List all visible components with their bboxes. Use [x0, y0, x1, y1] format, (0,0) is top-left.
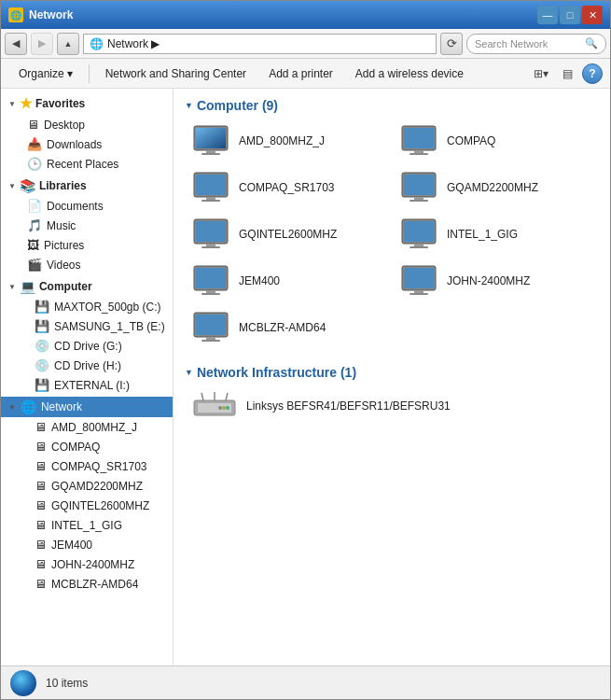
sidebar-item-john-label: JOHN-2400MHZ: [51, 558, 134, 571]
path-icon: 🌐: [90, 37, 104, 50]
gqamd-icon: 🖥: [35, 479, 47, 493]
computer-item-jem400[interactable]: JEM400: [185, 259, 391, 303]
router-icon: [192, 391, 237, 421]
search-box[interactable]: Search Network 🔍: [466, 34, 606, 54]
sidebar-item-documents[interactable]: 📄 Documents: [1, 196, 173, 216]
sidebar-item-music[interactable]: 🎵 Music: [1, 216, 173, 235]
computer-item-john[interactable]: JOHN-2400MHZ: [393, 259, 599, 303]
computer-label: Computer: [39, 280, 92, 293]
add-printer-button[interactable]: Add a printer: [258, 63, 343, 84]
main-area: ▼ ★ Favorites 🖥 Desktop 📥 Downloads 🕒 Re…: [1, 89, 610, 665]
address-path[interactable]: 🌐 Network ▶: [83, 34, 437, 54]
sidebar-item-john[interactable]: 🖥 JOHN-2400MHZ: [1, 554, 173, 574]
libraries-section: ▼ 📚 Libraries 📄 Documents 🎵 Music 🖼 Pict…: [1, 175, 173, 274]
network-sharing-button[interactable]: Network and Sharing Center: [95, 63, 257, 84]
computer-item-compaq-sr1703[interactable]: COMPAQ_SR1703: [185, 165, 391, 210]
jem400-icon: 🖥: [35, 538, 47, 552]
svg-rect-14: [404, 175, 434, 195]
sidebar-item-pictures[interactable]: 🖼 Pictures: [1, 235, 173, 255]
sidebar-item-documents-label: Documents: [47, 200, 104, 213]
svg-rect-6: [404, 128, 434, 148]
sidebar-item-mcblzr[interactable]: 🖥 MCBLZR-AMD64: [1, 574, 173, 594]
computer-header[interactable]: ▼ 💻 Computer: [1, 276, 173, 297]
libraries-label: Libraries: [39, 179, 87, 192]
sidebar-item-gqintel[interactable]: 🖥 GQINTEL2600MHZ: [1, 496, 173, 515]
svg-line-44: [226, 393, 228, 400]
title-bar-buttons: — □ ✕: [537, 6, 603, 24]
sidebar-item-cdg[interactable]: 💿 CD Drive (G:): [1, 336, 173, 356]
computer-item-intel1gig[interactable]: INTEL_1_GIG: [393, 212, 599, 257]
compaq-sr1703-icon: 🖥: [35, 459, 47, 473]
explorer-window: 🌐 Network — □ ✕ ◀ ▶ ▲ 🌐 Network ▶ ⟳ Sear…: [0, 0, 611, 700]
sidebar-item-external[interactable]: 💾 EXTERNAL (I:): [1, 375, 173, 395]
sidebar-item-pictures-label: Pictures: [44, 239, 84, 252]
sidebar-item-gqamd-label: GQAMD2200MHZ: [51, 480, 143, 493]
videos-icon: 🎬: [27, 258, 42, 272]
gqintel-icon: 🖥: [35, 498, 47, 512]
sidebar-item-recent-places[interactable]: 🕒 Recent Places: [1, 154, 173, 174]
computer-item-amd800[interactable]: AMD_800MHZ_J: [185, 119, 391, 163]
sidebar-item-desktop[interactable]: 🖥 Desktop: [1, 115, 173, 134]
computer-name-jem400: JEM400: [239, 274, 280, 287]
preview-pane-button[interactable]: ▤: [556, 63, 578, 85]
network-label: Network: [41, 400, 82, 413]
maxtor-icon: 💾: [35, 300, 49, 314]
svg-rect-4: [201, 153, 220, 155]
libraries-header[interactable]: ▼ 📚 Libraries: [1, 175, 173, 196]
help-button[interactable]: ?: [582, 63, 603, 84]
computer-grid: AMD_800MHZ_J COMPAQ: [185, 119, 599, 350]
computer-item-mcblzr[interactable]: MCBLZR-AMD64: [185, 305, 391, 350]
up-button[interactable]: ▲: [57, 33, 79, 55]
forward-button[interactable]: ▶: [31, 33, 53, 55]
sidebar: ▼ ★ Favorites 🖥 Desktop 📥 Downloads 🕒 Re…: [1, 89, 174, 665]
svg-point-41: [218, 406, 222, 410]
infra-item-linksys[interactable]: Linksys BEFSR41/BEFSR11/BEFSRU31: [185, 385, 599, 427]
computer-section-label: Computer (9): [197, 98, 278, 113]
favorites-header[interactable]: ▼ ★ Favorites: [1, 92, 173, 115]
view-options-button[interactable]: ⊞▾: [530, 63, 552, 85]
computer-section-triangle: ▼: [185, 101, 193, 110]
minimize-button[interactable]: —: [537, 6, 558, 24]
computer-name-amd800: AMD_800MHZ_J: [239, 134, 325, 147]
documents-icon: 📄: [27, 199, 42, 213]
sidebar-item-downloads[interactable]: 📥 Downloads: [1, 134, 173, 154]
sidebar-item-maxtor[interactable]: 💾 MAXTOR_500gb (C:): [1, 297, 173, 316]
sidebar-item-jem400-label: JEM400: [51, 539, 92, 552]
toolbar-separator: [89, 64, 90, 83]
computer-icon-amd800: [192, 124, 229, 158]
computer-icon-intel1gig: [400, 217, 437, 251]
sidebar-item-videos[interactable]: 🎬 Videos: [1, 255, 173, 274]
window-title: Network: [29, 8, 73, 21]
sidebar-item-cdh[interactable]: 💿 CD Drive (H:): [1, 356, 173, 375]
sidebar-item-compaq[interactable]: 🖥 COMPAQ: [1, 437, 173, 456]
svg-rect-26: [196, 268, 226, 288]
sidebar-item-samsung[interactable]: 💾 SAMSUNG_1_TB (E:): [1, 316, 173, 336]
status-bar: 10 items: [1, 665, 610, 699]
libraries-icon: 📚: [20, 178, 35, 193]
sidebar-item-amd800[interactable]: 🖥 AMD_800MHZ_J: [1, 417, 173, 437]
organize-button[interactable]: Organize ▾: [8, 63, 83, 84]
path-text: Network ▶: [107, 37, 160, 50]
sidebar-item-jem400[interactable]: 🖥 JEM400: [1, 535, 173, 554]
sidebar-item-cdh-label: CD Drive (H:): [54, 359, 121, 372]
computer-section-title: ▼ Computer (9): [185, 98, 599, 113]
maximize-button[interactable]: □: [560, 6, 580, 24]
close-button[interactable]: ✕: [582, 6, 603, 24]
sidebar-item-compaq-sr1703[interactable]: 🖥 COMPAQ_SR1703: [1, 456, 173, 476]
computer-name-compaq: COMPAQ: [447, 134, 495, 147]
sidebar-item-gqamd[interactable]: 🖥 GQAMD2200MHZ: [1, 476, 173, 496]
computer-item-gqintel[interactable]: GQINTEL2600MHZ: [185, 212, 391, 257]
sidebar-item-network[interactable]: ▼ 🌐 Network: [1, 397, 173, 417]
svg-point-40: [222, 406, 226, 410]
back-button[interactable]: ◀: [5, 33, 27, 55]
sidebar-item-amd800-label: AMD_800MHZ_J: [51, 421, 137, 434]
refresh-button[interactable]: ⟳: [440, 33, 463, 55]
computer-item-gqamd[interactable]: GQAMD2200MHZ: [393, 165, 599, 210]
sidebar-item-intel1gig[interactable]: 🖥 INTEL_1_GIG: [1, 515, 173, 535]
svg-rect-27: [206, 290, 215, 293]
add-wireless-button[interactable]: Add a wireless device: [345, 63, 474, 84]
pictures-icon: 🖼: [27, 238, 39, 252]
svg-rect-20: [201, 246, 220, 248]
computer-section: ▼ 💻 Computer 💾 MAXTOR_500gb (C:) 💾 SAMSU…: [1, 276, 173, 395]
computer-item-compaq[interactable]: COMPAQ: [393, 119, 599, 163]
